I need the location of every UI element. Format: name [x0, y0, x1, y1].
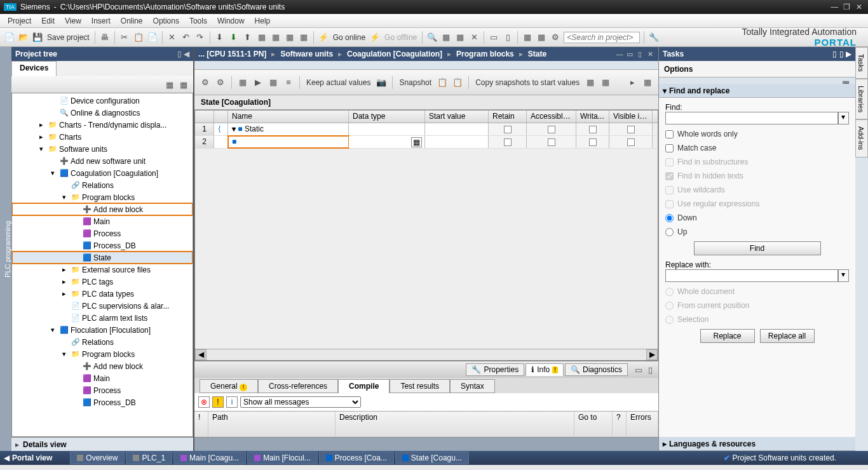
expand-icon[interactable]	[71, 217, 81, 227]
expand-icon[interactable]	[71, 241, 81, 251]
tree-item[interactable]: ▾🟦Floculation [Floculation]	[12, 324, 193, 336]
more-icon[interactable]: ▸	[627, 77, 638, 88]
close-icon[interactable]: ✕	[854, 3, 864, 11]
tree-item[interactable]: ▸📁External source files	[12, 264, 193, 276]
datatype-picker-icon[interactable]: ▦	[411, 137, 422, 147]
retain-checkbox[interactable]	[504, 138, 512, 146]
minimize-icon[interactable]: —	[829, 3, 839, 11]
open-icon[interactable]: 📂	[18, 32, 29, 43]
expand-icon[interactable]	[71, 205, 81, 215]
tree-item[interactable]: ▸📁PLC data types	[12, 288, 193, 300]
tree-item[interactable]: 📄PLC alarm text lists	[12, 312, 193, 324]
find-dropdown-icon[interactable]: ▾	[838, 112, 849, 124]
status-tab[interactable]: Process [Coa...	[319, 452, 394, 464]
replace-button[interactable]: Replace	[700, 329, 755, 343]
print-icon[interactable]: 🖶	[99, 32, 111, 43]
vtab-add-ins[interactable]: Add-ins	[855, 119, 868, 157]
keep-values-icon[interactable]: ▦	[268, 77, 279, 88]
down-radio[interactable]	[665, 214, 674, 222]
close-icon[interactable]: ✕	[646, 50, 654, 58]
save-icon[interactable]: 💾	[32, 32, 43, 43]
tree-item[interactable]: ▸📁Charts - Trend/dynamic displa...	[12, 119, 193, 131]
tree-item[interactable]: 🔗Relations	[12, 336, 193, 348]
warning-filter-icon[interactable]: !	[212, 396, 224, 408]
min-icon[interactable]: —	[615, 50, 624, 58]
copy-icon[interactable]: 📋	[133, 32, 144, 43]
expand-icon[interactable]	[71, 386, 81, 396]
info-tab[interactable]: ℹInfo!	[526, 363, 564, 376]
status-tab[interactable]: Main [Flocul...	[247, 452, 318, 464]
panel-restore-icon[interactable]: ▯	[644, 364, 656, 375]
maximize-icon[interactable]: ❐	[842, 3, 852, 11]
writable-checkbox[interactable]	[589, 126, 597, 133]
project-tree[interactable]: 📄Device configuration🔍Online & diagnosti…	[11, 93, 193, 437]
panel-min-icon[interactable]: ▭	[633, 364, 644, 375]
chevron-right-icon[interactable]: ▸	[15, 440, 19, 449]
tree-item[interactable]: 📄Device configuration	[12, 95, 193, 107]
menu-tools[interactable]: Tools	[189, 17, 207, 25]
search-input[interactable]	[564, 32, 640, 43]
tree-item[interactable]: ▸📁PLC tags	[12, 276, 193, 288]
tree-item[interactable]: ▾📁Program blocks	[12, 191, 193, 203]
expand-icon[interactable]: ▾	[59, 349, 69, 359]
panel-icon[interactable]: ▯	[832, 50, 837, 58]
status-tab[interactable]: Main [Coagu...	[173, 452, 246, 464]
subtab-compile[interactable]: Compile	[338, 379, 390, 393]
tree-item[interactable]: 🟦State	[12, 252, 193, 264]
tree-item[interactable]: ▾🟦Coagulation [Coagulation]	[12, 167, 193, 179]
expand-icon[interactable]: ▸	[36, 120, 46, 130]
menu-online[interactable]: Online	[121, 17, 143, 25]
collapse-icon[interactable]: ▯	[177, 50, 182, 58]
download-icon[interactable]: ⬇	[228, 32, 240, 43]
menu-options[interactable]: Options	[153, 17, 179, 25]
expand-icon[interactable]: ▾	[48, 325, 58, 335]
tree-item[interactable]: 🟪Main	[12, 372, 193, 384]
tree-item[interactable]: ➕Add new block	[12, 203, 193, 215]
new-icon[interactable]: 📄	[4, 32, 15, 43]
redo-icon[interactable]: ↷	[194, 32, 206, 43]
tree-item[interactable]: 📄PLC supervisions & alar...	[12, 300, 193, 312]
menu-view[interactable]: View	[65, 17, 81, 25]
up-radio[interactable]	[665, 228, 674, 236]
cut-icon[interactable]: ✂	[119, 32, 130, 43]
replace-dropdown-icon[interactable]: ▾	[838, 269, 849, 282]
languages-header[interactable]: ▸Languages & resources	[659, 437, 855, 451]
goonline-label[interactable]: Go online	[332, 33, 367, 42]
menu-help[interactable]: Help	[255, 17, 271, 25]
tree-tool-icon[interactable]: ▦	[164, 79, 175, 90]
tree-item[interactable]: 🟪Main	[12, 215, 193, 227]
grid-row[interactable]: 2■ ▦	[195, 136, 658, 149]
paste-icon[interactable]: 📄	[147, 32, 158, 43]
replace-input[interactable]	[665, 269, 838, 282]
expand-icon[interactable]	[59, 337, 69, 347]
expand-icon[interactable]	[59, 301, 69, 311]
find-replace-header[interactable]: ▾Find and replace	[659, 84, 855, 98]
expand-icon[interactable]	[48, 156, 58, 166]
expand-icon[interactable]: ▸	[36, 132, 46, 142]
expand-icon[interactable]	[71, 373, 81, 384]
find-button[interactable]: Find	[694, 241, 821, 255]
snapshot-label[interactable]: Snapshot	[398, 78, 433, 87]
accessible-checkbox[interactable]	[548, 138, 555, 146]
writable-checkbox[interactable]	[589, 138, 597, 146]
tree-item[interactable]: 🔗Relations	[12, 179, 193, 191]
horizontal-scrollbar[interactable]: ◀▶	[195, 349, 658, 360]
breadcrumb-item[interactable]: Software units	[280, 50, 333, 58]
properties-tab[interactable]: 🔧Properties	[466, 363, 524, 376]
menu-edit[interactable]: Edit	[41, 17, 55, 25]
tree-item[interactable]: ▾📁Software units	[12, 143, 193, 155]
tree-item[interactable]: ▾📁Program blocks	[12, 348, 193, 360]
vtab-tasks[interactable]: Tasks	[855, 47, 868, 79]
grid-row[interactable]: 1⟨▾ ■ Static	[195, 123, 658, 136]
breadcrumb-item[interactable]: Coagulation [Coagulation]	[347, 50, 442, 58]
diagnostics-tab[interactable]: 🔍Diagnostics	[565, 363, 628, 376]
visible-checkbox[interactable]	[627, 138, 635, 146]
chevron-right-icon[interactable]: ▶	[846, 50, 851, 58]
chevron-left-icon[interactable]: ◀	[184, 50, 189, 58]
expand-icon[interactable]	[59, 313, 69, 323]
copy-snapshots-label[interactable]: Copy snapshots to start values	[474, 78, 581, 87]
replace-all-button[interactable]: Replace all	[760, 329, 815, 343]
status-tab[interactable]: Overview	[70, 452, 125, 464]
message-filter-select[interactable]: Show all messages	[240, 396, 361, 408]
expand-icon[interactable]: ▾	[59, 192, 69, 203]
